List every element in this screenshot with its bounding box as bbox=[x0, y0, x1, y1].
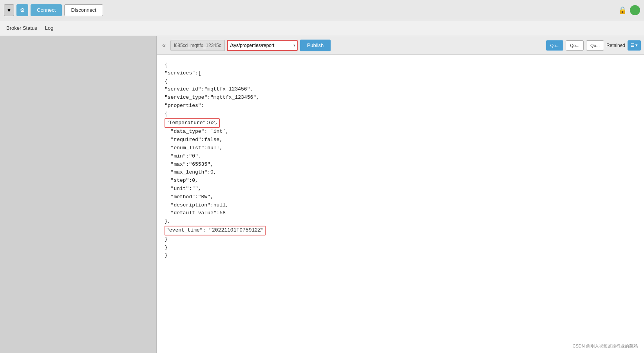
lock-icon: 🔒 bbox=[618, 6, 627, 14]
connect-button[interactable]: Connect bbox=[31, 4, 62, 16]
connection-selector[interactable]: ▾ bbox=[4, 4, 14, 16]
line-temperature: "Temperature":62, bbox=[165, 118, 636, 128]
line-required: "required":false, bbox=[165, 136, 636, 144]
line-6: "properties": bbox=[165, 102, 636, 110]
line-method: "method":"RW", bbox=[165, 193, 636, 201]
more-dropdown-arrow: ▾ bbox=[635, 43, 638, 48]
line-3: { bbox=[165, 78, 636, 86]
qos0-button[interactable]: Qo... bbox=[546, 40, 563, 51]
subnav: Broker Status Log bbox=[0, 20, 644, 36]
more-icon: ☰ bbox=[631, 43, 635, 48]
toolbar: ▾ ⚙ Connect Disconnect 🔒 bbox=[0, 0, 644, 20]
line-step: "step":0, bbox=[165, 177, 636, 185]
disconnect-button[interactable]: Disconnect bbox=[64, 4, 103, 16]
line-unit: "unit":"", bbox=[165, 185, 636, 193]
topic-input-wrapper: ▾ bbox=[227, 40, 298, 51]
line-default-value: "default_value":58 bbox=[165, 209, 636, 217]
publish-bar: « i685cd_mqttfx_12345c ▾ Publish Qo... Q… bbox=[157, 36, 644, 55]
line-event-time: "event_time": "20221101T075912Z" bbox=[165, 226, 636, 235]
line-4: "service_id":"mqttfx_123456", bbox=[165, 85, 636, 94]
temperature-highlight: "Temperature":62, bbox=[165, 118, 220, 128]
line-description: "description":null, bbox=[165, 201, 636, 210]
right-panel: « i685cd_mqttfx_12345c ▾ Publish Qo... Q… bbox=[157, 36, 644, 353]
line-max-length: "max_length":0, bbox=[165, 168, 636, 177]
chevron-down-icon: ▾ bbox=[7, 6, 11, 14]
line-data-type: "data_type": `int`, bbox=[165, 128, 636, 136]
topic-input[interactable] bbox=[227, 40, 298, 51]
line-2: "services":[ bbox=[165, 69, 636, 78]
line-close-brace: }, bbox=[165, 217, 636, 226]
line-max: "max":"65535", bbox=[165, 161, 636, 169]
gear-icon: ⚙ bbox=[20, 7, 25, 13]
line-1: { bbox=[165, 61, 636, 69]
user-avatar bbox=[630, 5, 640, 15]
more-button[interactable]: ☰ ▾ bbox=[628, 40, 641, 51]
collapse-icon: « bbox=[162, 42, 166, 49]
topic-prefix: i685cd_mqttfx_12345c bbox=[170, 40, 225, 51]
settings-button[interactable]: ⚙ bbox=[16, 4, 28, 16]
footer-watermark: CSDN @刚入视频监控行业的菜鸡 bbox=[573, 343, 638, 349]
main-area: « i685cd_mqttfx_12345c ▾ Publish Qo... Q… bbox=[0, 36, 644, 353]
editor-area[interactable]: { "services":[ { "service_id":"mqttfx_12… bbox=[157, 55, 644, 353]
qos1-button[interactable]: Qo... bbox=[566, 40, 584, 51]
toolbar-right: 🔒 bbox=[618, 5, 640, 15]
line-close-2: } bbox=[165, 244, 636, 252]
line-enum-list: "enum_list":null, bbox=[165, 144, 636, 152]
line-close-3: } bbox=[165, 252, 636, 260]
sidebar bbox=[0, 36, 157, 353]
line-7: { bbox=[165, 110, 636, 118]
broker-status-tab[interactable]: Broker Status bbox=[6, 24, 37, 33]
log-tab[interactable]: Log bbox=[45, 24, 54, 33]
collapse-button[interactable]: « bbox=[160, 40, 168, 51]
line-close-1: } bbox=[165, 235, 636, 244]
line-5: "service_type":"mqttfx_123456", bbox=[165, 94, 636, 102]
event-time-highlight: "event_time": "20221101T075912Z" bbox=[165, 226, 266, 235]
publish-button[interactable]: Publish bbox=[300, 40, 331, 51]
retained-label: Retained bbox=[606, 43, 625, 48]
line-min: "min":"0", bbox=[165, 152, 636, 161]
qos2-button[interactable]: Qo... bbox=[586, 40, 604, 51]
